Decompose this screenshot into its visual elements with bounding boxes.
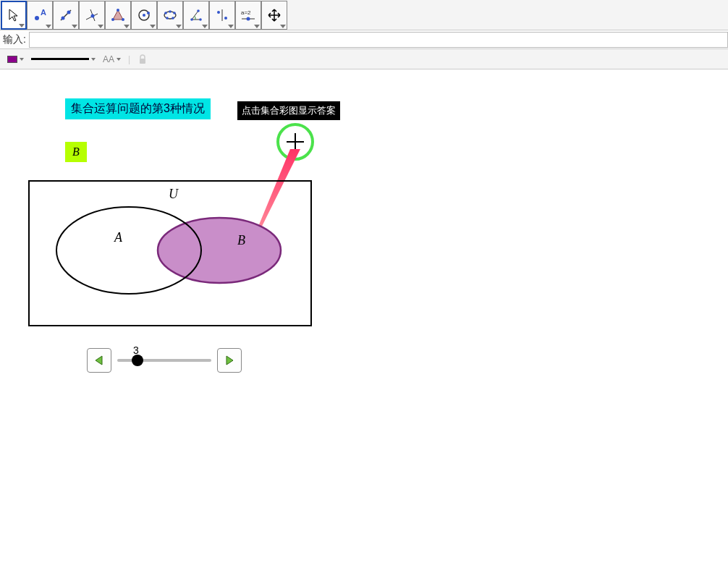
svg-text:A: A: [41, 8, 46, 17]
svg-point-25: [217, 11, 220, 14]
point-icon: A: [33, 8, 47, 22]
svg-marker-31: [96, 356, 102, 365]
graphics-canvas[interactable]: 集合运算问题的第3种情况 点击集合彩图显示答案 B U A B 3: [0, 69, 728, 563]
svg-marker-32: [227, 356, 233, 365]
move-view-icon: [267, 8, 282, 22]
angle-icon: [189, 8, 203, 22]
main-toolbar: A a=2: [0, 0, 728, 30]
lock-button[interactable]: [137, 54, 148, 64]
label-A: A: [114, 230, 123, 245]
svg-point-17: [169, 10, 172, 13]
tool-point[interactable]: A: [27, 1, 53, 30]
slider-next-button[interactable]: [217, 348, 242, 373]
color-picker[interactable]: [7, 56, 24, 63]
reflect-icon: [215, 8, 229, 22]
color-swatch-icon: [7, 56, 17, 63]
set-B-ellipse[interactable]: [158, 218, 281, 283]
tool-line[interactable]: [53, 1, 79, 30]
tool-slider[interactable]: a=2: [235, 1, 261, 30]
lock-icon: [137, 54, 148, 64]
slider-track[interactable]: 3: [117, 359, 211, 362]
command-input[interactable]: [29, 32, 728, 48]
svg-text:a=2: a=2: [241, 9, 251, 16]
tool-polygon[interactable]: [105, 1, 131, 30]
svg-point-4: [67, 11, 71, 14]
slider-icon: a=2: [240, 8, 257, 22]
svg-point-11: [111, 18, 114, 21]
svg-point-10: [122, 18, 124, 21]
line-sample-icon: [31, 58, 89, 60]
arrow-right-icon: [224, 355, 235, 366]
svg-point-16: [164, 12, 167, 14]
arrow-left-icon: [93, 355, 105, 366]
svg-point-23: [197, 9, 200, 12]
svg-point-29: [247, 17, 250, 21]
conic-icon: [163, 8, 177, 22]
slider-knob[interactable]: [132, 355, 143, 366]
font-size-label: AA: [103, 54, 114, 64]
svg-point-21: [190, 18, 193, 21]
svg-point-19: [166, 17, 169, 20]
tool-reflect[interactable]: [209, 1, 235, 30]
tool-angle[interactable]: [183, 1, 209, 30]
svg-point-0: [35, 16, 39, 20]
tool-move[interactable]: [1, 1, 27, 30]
font-size-picker[interactable]: AA: [103, 54, 121, 64]
slider-prev-button[interactable]: [87, 348, 111, 373]
style-bar: AA |: [0, 49, 728, 69]
venn-diagram[interactable]: U A B: [27, 113, 346, 359]
svg-point-13: [143, 14, 145, 17]
input-label: 输入:: [0, 33, 29, 46]
svg-point-7: [91, 14, 95, 18]
circle-icon: [137, 8, 151, 22]
input-bar: 输入:: [0, 30, 728, 49]
svg-point-22: [199, 18, 202, 21]
label-U: U: [169, 187, 179, 201]
perpendicular-icon: [85, 8, 99, 22]
svg-point-9: [117, 9, 119, 12]
label-B2: B: [237, 233, 245, 247]
svg-point-14: [147, 12, 150, 14]
tool-circle[interactable]: [131, 1, 157, 30]
svg-point-18: [173, 12, 176, 14]
svg-point-20: [172, 17, 174, 20]
polygon-icon: [111, 8, 125, 22]
tool-move-view[interactable]: [261, 1, 287, 30]
svg-point-3: [62, 17, 65, 20]
svg-point-26: [224, 17, 227, 20]
tool-perpendicular[interactable]: [79, 1, 105, 30]
divider: |: [128, 54, 130, 64]
cursor-icon: [7, 8, 21, 22]
svg-rect-30: [140, 59, 145, 64]
line-style-picker[interactable]: [31, 58, 96, 61]
line-icon: [59, 8, 73, 22]
tool-conic[interactable]: [157, 1, 183, 30]
slider-control: 3: [87, 348, 242, 373]
